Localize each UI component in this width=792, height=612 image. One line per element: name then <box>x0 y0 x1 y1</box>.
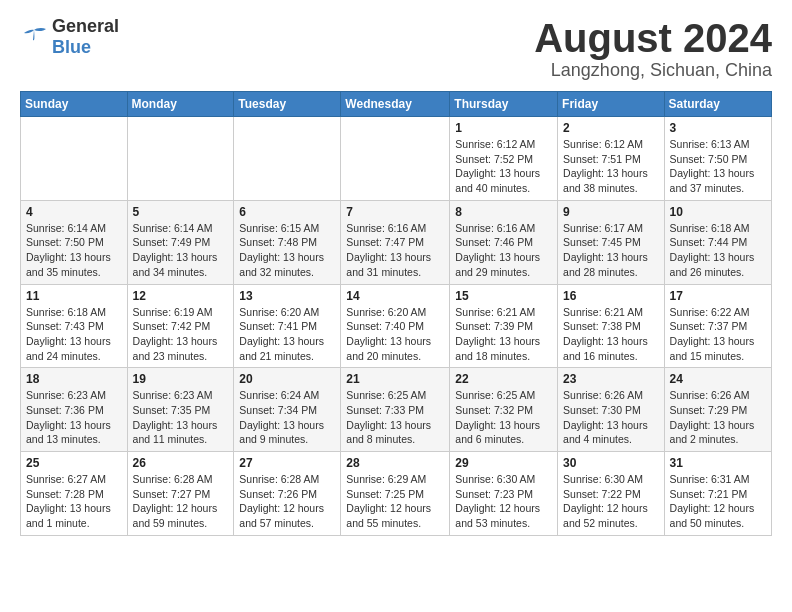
calendar-cell: 31Sunrise: 6:31 AMSunset: 7:21 PMDayligh… <box>664 452 771 536</box>
day-info: Sunrise: 6:23 AMSunset: 7:35 PMDaylight:… <box>133 388 229 447</box>
calendar-cell: 1Sunrise: 6:12 AMSunset: 7:52 PMDaylight… <box>450 117 558 201</box>
day-number: 29 <box>455 456 552 470</box>
day-number: 31 <box>670 456 766 470</box>
day-info: Sunrise: 6:28 AMSunset: 7:27 PMDaylight:… <box>133 472 229 531</box>
calendar-cell: 30Sunrise: 6:30 AMSunset: 7:22 PMDayligh… <box>558 452 665 536</box>
day-info: Sunrise: 6:25 AMSunset: 7:33 PMDaylight:… <box>346 388 444 447</box>
calendar-cell: 28Sunrise: 6:29 AMSunset: 7:25 PMDayligh… <box>341 452 450 536</box>
day-number: 9 <box>563 205 659 219</box>
calendar-cell: 24Sunrise: 6:26 AMSunset: 7:29 PMDayligh… <box>664 368 771 452</box>
column-header-friday: Friday <box>558 92 665 117</box>
day-number: 28 <box>346 456 444 470</box>
day-info: Sunrise: 6:25 AMSunset: 7:32 PMDaylight:… <box>455 388 552 447</box>
subtitle: Langzhong, Sichuan, China <box>534 60 772 81</box>
column-header-sunday: Sunday <box>21 92 128 117</box>
week-row-3: 11Sunrise: 6:18 AMSunset: 7:43 PMDayligh… <box>21 284 772 368</box>
day-info: Sunrise: 6:29 AMSunset: 7:25 PMDaylight:… <box>346 472 444 531</box>
calendar-cell: 14Sunrise: 6:20 AMSunset: 7:40 PMDayligh… <box>341 284 450 368</box>
day-info: Sunrise: 6:14 AMSunset: 7:49 PMDaylight:… <box>133 221 229 280</box>
day-number: 24 <box>670 372 766 386</box>
day-number: 14 <box>346 289 444 303</box>
day-number: 18 <box>26 372 122 386</box>
day-number: 27 <box>239 456 335 470</box>
column-header-tuesday: Tuesday <box>234 92 341 117</box>
calendar-cell: 23Sunrise: 6:26 AMSunset: 7:30 PMDayligh… <box>558 368 665 452</box>
calendar-cell: 27Sunrise: 6:28 AMSunset: 7:26 PMDayligh… <box>234 452 341 536</box>
logo: General Blue <box>20 16 119 58</box>
calendar-cell: 9Sunrise: 6:17 AMSunset: 7:45 PMDaylight… <box>558 200 665 284</box>
calendar-cell: 25Sunrise: 6:27 AMSunset: 7:28 PMDayligh… <box>21 452 128 536</box>
day-number: 5 <box>133 205 229 219</box>
column-header-saturday: Saturday <box>664 92 771 117</box>
calendar-cell: 6Sunrise: 6:15 AMSunset: 7:48 PMDaylight… <box>234 200 341 284</box>
main-title: August 2024 <box>534 16 772 60</box>
calendar-cell: 12Sunrise: 6:19 AMSunset: 7:42 PMDayligh… <box>127 284 234 368</box>
calendar-cell: 8Sunrise: 6:16 AMSunset: 7:46 PMDaylight… <box>450 200 558 284</box>
day-info: Sunrise: 6:21 AMSunset: 7:39 PMDaylight:… <box>455 305 552 364</box>
calendar-cell: 7Sunrise: 6:16 AMSunset: 7:47 PMDaylight… <box>341 200 450 284</box>
logo-general: General <box>52 16 119 36</box>
day-info: Sunrise: 6:17 AMSunset: 7:45 PMDaylight:… <box>563 221 659 280</box>
day-info: Sunrise: 6:23 AMSunset: 7:36 PMDaylight:… <box>26 388 122 447</box>
week-row-4: 18Sunrise: 6:23 AMSunset: 7:36 PMDayligh… <box>21 368 772 452</box>
day-info: Sunrise: 6:26 AMSunset: 7:29 PMDaylight:… <box>670 388 766 447</box>
day-number: 23 <box>563 372 659 386</box>
day-number: 15 <box>455 289 552 303</box>
day-info: Sunrise: 6:31 AMSunset: 7:21 PMDaylight:… <box>670 472 766 531</box>
day-info: Sunrise: 6:19 AMSunset: 7:42 PMDaylight:… <box>133 305 229 364</box>
calendar-cell: 2Sunrise: 6:12 AMSunset: 7:51 PMDaylight… <box>558 117 665 201</box>
day-info: Sunrise: 6:21 AMSunset: 7:38 PMDaylight:… <box>563 305 659 364</box>
calendar-cell: 19Sunrise: 6:23 AMSunset: 7:35 PMDayligh… <box>127 368 234 452</box>
calendar-cell: 4Sunrise: 6:14 AMSunset: 7:50 PMDaylight… <box>21 200 128 284</box>
calendar-cell: 29Sunrise: 6:30 AMSunset: 7:23 PMDayligh… <box>450 452 558 536</box>
day-info: Sunrise: 6:20 AMSunset: 7:41 PMDaylight:… <box>239 305 335 364</box>
calendar-cell <box>234 117 341 201</box>
day-number: 7 <box>346 205 444 219</box>
day-info: Sunrise: 6:15 AMSunset: 7:48 PMDaylight:… <box>239 221 335 280</box>
week-row-2: 4Sunrise: 6:14 AMSunset: 7:50 PMDaylight… <box>21 200 772 284</box>
day-number: 4 <box>26 205 122 219</box>
calendar-cell: 20Sunrise: 6:24 AMSunset: 7:34 PMDayligh… <box>234 368 341 452</box>
day-number: 21 <box>346 372 444 386</box>
calendar-cell: 22Sunrise: 6:25 AMSunset: 7:32 PMDayligh… <box>450 368 558 452</box>
calendar-cell: 26Sunrise: 6:28 AMSunset: 7:27 PMDayligh… <box>127 452 234 536</box>
day-number: 26 <box>133 456 229 470</box>
day-number: 19 <box>133 372 229 386</box>
day-number: 20 <box>239 372 335 386</box>
calendar-cell: 10Sunrise: 6:18 AMSunset: 7:44 PMDayligh… <box>664 200 771 284</box>
column-header-thursday: Thursday <box>450 92 558 117</box>
day-number: 2 <box>563 121 659 135</box>
day-number: 10 <box>670 205 766 219</box>
calendar-cell: 18Sunrise: 6:23 AMSunset: 7:36 PMDayligh… <box>21 368 128 452</box>
logo-blue: Blue <box>52 37 91 57</box>
calendar-cell <box>127 117 234 201</box>
day-info: Sunrise: 6:30 AMSunset: 7:22 PMDaylight:… <box>563 472 659 531</box>
calendar-cell <box>21 117 128 201</box>
day-info: Sunrise: 6:27 AMSunset: 7:28 PMDaylight:… <box>26 472 122 531</box>
calendar-cell <box>341 117 450 201</box>
day-info: Sunrise: 6:22 AMSunset: 7:37 PMDaylight:… <box>670 305 766 364</box>
day-info: Sunrise: 6:12 AMSunset: 7:52 PMDaylight:… <box>455 137 552 196</box>
day-number: 11 <box>26 289 122 303</box>
week-row-1: 1Sunrise: 6:12 AMSunset: 7:52 PMDaylight… <box>21 117 772 201</box>
day-number: 8 <box>455 205 552 219</box>
day-info: Sunrise: 6:16 AMSunset: 7:47 PMDaylight:… <box>346 221 444 280</box>
calendar-header-row: SundayMondayTuesdayWednesdayThursdayFrid… <box>21 92 772 117</box>
day-info: Sunrise: 6:18 AMSunset: 7:44 PMDaylight:… <box>670 221 766 280</box>
day-info: Sunrise: 6:24 AMSunset: 7:34 PMDaylight:… <box>239 388 335 447</box>
day-info: Sunrise: 6:16 AMSunset: 7:46 PMDaylight:… <box>455 221 552 280</box>
day-number: 6 <box>239 205 335 219</box>
day-info: Sunrise: 6:28 AMSunset: 7:26 PMDaylight:… <box>239 472 335 531</box>
title-area: August 2024 Langzhong, Sichuan, China <box>534 16 772 81</box>
calendar-cell: 17Sunrise: 6:22 AMSunset: 7:37 PMDayligh… <box>664 284 771 368</box>
calendar-cell: 5Sunrise: 6:14 AMSunset: 7:49 PMDaylight… <box>127 200 234 284</box>
calendar-cell: 13Sunrise: 6:20 AMSunset: 7:41 PMDayligh… <box>234 284 341 368</box>
day-number: 16 <box>563 289 659 303</box>
day-number: 13 <box>239 289 335 303</box>
calendar-cell: 15Sunrise: 6:21 AMSunset: 7:39 PMDayligh… <box>450 284 558 368</box>
day-info: Sunrise: 6:20 AMSunset: 7:40 PMDaylight:… <box>346 305 444 364</box>
day-info: Sunrise: 6:26 AMSunset: 7:30 PMDaylight:… <box>563 388 659 447</box>
day-info: Sunrise: 6:13 AMSunset: 7:50 PMDaylight:… <box>670 137 766 196</box>
day-number: 25 <box>26 456 122 470</box>
day-number: 3 <box>670 121 766 135</box>
